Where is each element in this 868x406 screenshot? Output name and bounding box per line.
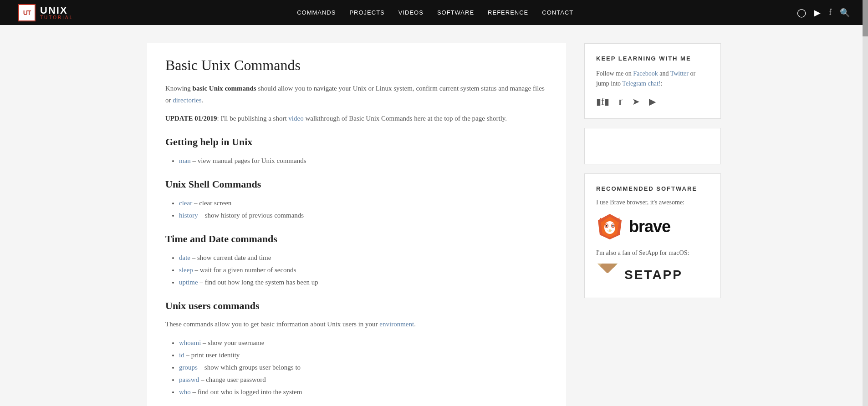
- setapp-diamond-icon: [596, 264, 619, 286]
- logo-tutorial: TUTORIAL: [40, 15, 73, 20]
- github-icon[interactable]: ◯: [797, 8, 806, 18]
- logo-box: UT: [18, 4, 36, 21]
- man-link[interactable]: man: [179, 157, 191, 164]
- whoami-link[interactable]: whoami: [179, 339, 201, 346]
- page-wrapper: Basic Unix Commands Knowing basic Unix c…: [138, 25, 730, 406]
- brave-logo[interactable]: brave: [596, 213, 709, 240]
- passwd-link[interactable]: passwd: [179, 376, 199, 383]
- time-commands-list: date – show current date and time sleep …: [165, 252, 548, 289]
- telegram-social-icon[interactable]: ➤: [632, 96, 640, 107]
- sidebar: KEEP LEARNING WITH ME Follow me on Faceb…: [584, 43, 721, 406]
- list-item: uptime – find out how long the system ha…: [179, 276, 548, 289]
- update-paragraph: UPDATE 01/2019: I'll be publishing a sho…: [165, 113, 548, 125]
- list-item: man – view manual pages for Unix command…: [179, 155, 548, 167]
- list-item: clear – clear screen: [179, 197, 548, 209]
- setapp-section: I'm also a fan of SetApp for macOS: SETA…: [596, 249, 709, 286]
- youtube-social-icon[interactable]: ▶: [649, 96, 656, 107]
- history-link[interactable]: history: [179, 212, 198, 219]
- list-item: who – find out who is logged into the sy…: [179, 386, 548, 398]
- list-item: whoami – show your username: [179, 337, 548, 349]
- id-link[interactable]: id: [179, 351, 184, 359]
- header-icons: ◯ ▶ f 🔍: [797, 8, 850, 18]
- list-item: sleep – wait for a given number of secon…: [179, 264, 548, 276]
- keep-learning-text: Follow me on Facebook and Twitter or jum…: [596, 69, 709, 89]
- youtube-icon[interactable]: ▶: [814, 8, 821, 18]
- users-desc: These commands allow you to get basic in…: [165, 319, 548, 330]
- brave-section: I use Brave browser, it's awesome:: [596, 199, 709, 240]
- update-label: UPDATE 01/2019: [165, 115, 217, 122]
- video-link[interactable]: video: [288, 115, 303, 122]
- date-link[interactable]: date: [179, 254, 190, 261]
- telegram-link[interactable]: Telegram chat!: [622, 80, 660, 87]
- uptime-link[interactable]: uptime: [179, 279, 198, 286]
- section-title-help: Getting help in Unix: [165, 136, 548, 148]
- facebook-follow-link[interactable]: Facebook: [633, 70, 658, 77]
- logo[interactable]: UT UNIX TUTORIAL: [18, 4, 73, 21]
- intro-paragraph: Knowing basic Unix commands should allow…: [165, 83, 548, 106]
- main-content: Basic Unix Commands Knowing basic Unix c…: [147, 43, 566, 406]
- who-link[interactable]: who: [179, 388, 191, 396]
- list-item: date – show current date and time: [179, 252, 548, 264]
- site-header: UT UNIX TUTORIAL COMMANDS PROJECTS VIDEO…: [0, 0, 868, 25]
- brave-lion-icon: [596, 213, 623, 240]
- section-title-time: Time and Date commands: [165, 233, 548, 245]
- logo-ut: UT: [23, 9, 31, 16]
- section-title-shell: Unix Shell Commands: [165, 178, 548, 190]
- list-item: history – show history of previous comma…: [179, 209, 548, 222]
- sleep-link[interactable]: sleep: [179, 266, 193, 274]
- directories-link[interactable]: directories: [173, 96, 201, 104]
- keep-learning-box: KEEP LEARNING WITH ME Follow me on Faceb…: [584, 43, 721, 119]
- nav-software[interactable]: SOFTWARE: [437, 9, 474, 16]
- svg-rect-15: [600, 264, 615, 274]
- nav-contact[interactable]: CONTACT: [542, 9, 573, 16]
- nav-reference[interactable]: REFERENCE: [488, 9, 528, 16]
- ad-placeholder-box: [584, 128, 721, 164]
- intro-bold: basic Unix commands: [193, 85, 256, 92]
- nav-videos[interactable]: VIDEOS: [398, 9, 424, 16]
- setapp-wordmark: SETAPP: [624, 268, 683, 282]
- setapp-logo[interactable]: SETAPP: [596, 264, 709, 286]
- section-title-users: Unix users commands: [165, 300, 548, 312]
- social-icons: ▮f▮ 𝕣 ➤ ▶: [596, 96, 709, 107]
- help-commands-list: man – view manual pages for Unix command…: [165, 155, 548, 167]
- environment-link[interactable]: environment: [379, 320, 414, 328]
- search-icon[interactable]: 🔍: [840, 8, 850, 18]
- facebook-social-icon[interactable]: ▮f▮: [596, 96, 609, 107]
- twitter-follow-link[interactable]: Twitter: [670, 70, 689, 77]
- users-commands-list: whoami – show your username id – print u…: [165, 337, 548, 398]
- main-nav: COMMANDS PROJECTS VIDEOS SOFTWARE REFERE…: [297, 9, 573, 16]
- logo-text: UNIX TUTORIAL: [40, 5, 73, 20]
- svg-point-7: [606, 225, 608, 227]
- nav-commands[interactable]: COMMANDS: [297, 9, 336, 16]
- recommended-software-box: RECOMMENDED SOFTWARE I use Brave browser…: [584, 173, 721, 298]
- list-item: groups – show which groups user belongs …: [179, 361, 548, 374]
- brave-wordmark: brave: [629, 217, 670, 236]
- groups-link[interactable]: groups: [179, 364, 198, 371]
- setapp-text: I'm also a fan of SetApp for macOS:: [596, 249, 709, 257]
- list-item: id – print user identity: [179, 349, 548, 361]
- scrollbar-thumb[interactable]: [863, 0, 868, 36]
- svg-rect-9: [609, 229, 611, 232]
- svg-point-8: [613, 225, 614, 227]
- facebook-icon[interactable]: f: [829, 8, 832, 17]
- scrollbar-track[interactable]: [863, 0, 868, 406]
- logo-unix: UNIX: [40, 5, 73, 15]
- nav-projects[interactable]: PROJECTS: [349, 9, 384, 16]
- shell-commands-list: clear – clear screen history – show hist…: [165, 197, 548, 222]
- list-item: passwd – change user password: [179, 374, 548, 386]
- clear-link[interactable]: clear: [179, 199, 192, 207]
- page-title: Basic Unix Commands: [165, 57, 548, 74]
- keep-learning-title: KEEP LEARNING WITH ME: [596, 55, 709, 62]
- recommended-title: RECOMMENDED SOFTWARE: [596, 185, 709, 192]
- brave-text: I use Brave browser, it's awesome:: [596, 199, 709, 206]
- twitter-social-icon[interactable]: 𝕣: [618, 96, 623, 107]
